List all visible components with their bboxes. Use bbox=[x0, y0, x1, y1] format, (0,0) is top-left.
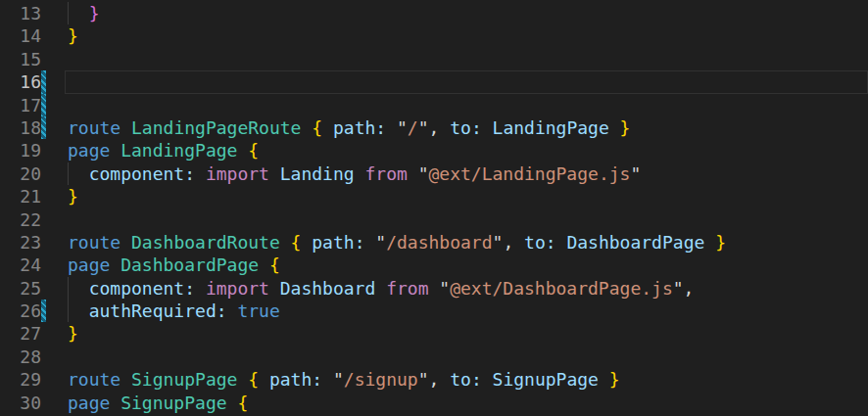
code-token-q: " bbox=[673, 278, 684, 299]
code-token-kw: true bbox=[237, 300, 279, 321]
code-token-str: /dashboard bbox=[386, 232, 492, 253]
code-line[interactable]: 13 } bbox=[0, 2, 868, 24]
code-line[interactable]: 22 bbox=[0, 208, 868, 231]
code-line[interactable]: 30page SignupPage { bbox=[0, 392, 868, 414]
code-token-q: " bbox=[333, 369, 344, 390]
code-token-pn: , bbox=[503, 232, 524, 253]
code-token-prop: to: bbox=[524, 232, 566, 253]
code-line-text[interactable]: page SignupPage { bbox=[68, 392, 248, 414]
code-token-b1: } bbox=[715, 232, 726, 253]
line-number[interactable]: 25 bbox=[0, 277, 41, 300]
code-token-prop: path: bbox=[333, 117, 397, 138]
line-number[interactable]: 30 bbox=[0, 392, 41, 414]
code-line-text[interactable]: page LandingPage { bbox=[68, 139, 259, 162]
code-line-text[interactable]: route DashboardRoute { path: "/dashboard… bbox=[68, 231, 726, 254]
line-number[interactable]: 23 bbox=[0, 231, 41, 254]
code-token-kw: route bbox=[68, 232, 131, 253]
code-token-kw: route bbox=[68, 117, 131, 138]
code-token-ctrl: from bbox=[386, 278, 439, 299]
code-line[interactable]: 28 bbox=[0, 346, 868, 368]
code-token-prop: Dashboard bbox=[280, 278, 386, 299]
code-token-pn: , bbox=[684, 278, 695, 299]
line-number[interactable]: 27 bbox=[0, 322, 41, 345]
code-line-text[interactable]: } bbox=[68, 24, 78, 47]
code-token-b1: } bbox=[620, 117, 631, 138]
code-token-b1: { bbox=[248, 140, 259, 161]
code-line-text[interactable]: route SignupPage { path: "/signup", to: … bbox=[68, 368, 620, 391]
code-token-prop: to: bbox=[450, 369, 492, 390]
code-token-q: " bbox=[439, 278, 450, 299]
line-number[interactable]: 18 bbox=[0, 116, 41, 139]
code-token-type: LandingPageRoute bbox=[131, 117, 312, 138]
line-number[interactable]: 29 bbox=[0, 368, 41, 391]
code-token-ctrl: import bbox=[206, 163, 280, 184]
code-line[interactable]: 17 bbox=[0, 94, 868, 116]
code-token-type: LandingPage bbox=[121, 140, 248, 161]
code-line[interactable]: 24page DashboardPage { bbox=[0, 254, 868, 276]
code-line[interactable]: 16 bbox=[0, 70, 868, 93]
code-token-q: " bbox=[630, 163, 641, 184]
code-token-pn: , bbox=[429, 369, 451, 390]
code-line-text[interactable]: } bbox=[68, 185, 78, 208]
git-modified-gutter-marker[interactable] bbox=[41, 116, 46, 139]
code-line-text[interactable]: } bbox=[68, 2, 100, 24]
code-token-pn: , bbox=[429, 117, 451, 138]
code-token-q: " bbox=[493, 232, 504, 253]
code-line[interactable]: 26 authRequired: true bbox=[0, 300, 868, 322]
line-number[interactable]: 26 bbox=[0, 300, 41, 322]
line-number[interactable]: 24 bbox=[0, 254, 41, 276]
code-token-b1: } bbox=[68, 186, 78, 207]
git-modified-gutter-marker[interactable] bbox=[41, 300, 46, 322]
code-token-kw: page bbox=[68, 254, 121, 275]
code-line[interactable]: 23route DashboardRoute { path: "/dashboa… bbox=[0, 231, 868, 254]
code-line-text[interactable]: } bbox=[68, 322, 78, 345]
code-token-ctrl: import bbox=[206, 278, 280, 299]
line-number[interactable]: 28 bbox=[0, 346, 41, 368]
code-line-text[interactable]: component: import Landing from "@ext/Lan… bbox=[68, 162, 641, 185]
code-token-q: " bbox=[418, 369, 429, 390]
code-line[interactable]: 29route SignupPage { path: "/signup", to… bbox=[0, 368, 868, 391]
code-token-kw: route bbox=[68, 369, 131, 390]
code-line[interactable]: 14} bbox=[0, 24, 868, 47]
code-token-prop: LandingPage bbox=[493, 117, 620, 138]
code-token-b1: { bbox=[237, 393, 248, 413]
line-number[interactable]: 22 bbox=[0, 208, 41, 231]
line-number[interactable]: 14 bbox=[0, 24, 41, 47]
code-token-prop: component: bbox=[68, 278, 206, 299]
code-line[interactable]: 19page LandingPage { bbox=[0, 139, 868, 162]
code-token-prop: authRequired: bbox=[68, 300, 237, 321]
code-line[interactable]: 15 bbox=[0, 48, 868, 70]
git-modified-gutter-marker[interactable] bbox=[41, 70, 46, 93]
code-token-b1: { bbox=[312, 117, 333, 138]
code-token-b2: } bbox=[89, 3, 100, 23]
code-token-ctrl: from bbox=[364, 163, 417, 184]
code-token-q: " bbox=[418, 117, 429, 138]
code-line[interactable]: 21} bbox=[0, 185, 868, 208]
code-line[interactable]: 20 component: import Landing from "@ext/… bbox=[0, 162, 868, 185]
code-token-prop: DashboardPage bbox=[566, 232, 715, 253]
code-line[interactable]: 25 component: import Dashboard from "@ex… bbox=[0, 277, 868, 300]
line-number[interactable]: 21 bbox=[0, 185, 41, 208]
code-token-type: DashboardPage bbox=[121, 254, 269, 275]
code-token-prop: Landing bbox=[280, 163, 365, 184]
line-number[interactable]: 17 bbox=[0, 94, 41, 116]
line-number[interactable]: 13 bbox=[0, 2, 41, 24]
code-token-kw: page bbox=[68, 140, 121, 161]
code-line-text[interactable]: authRequired: true bbox=[68, 300, 280, 322]
code-line[interactable]: 18route LandingPageRoute { path: "/", to… bbox=[0, 116, 868, 139]
line-number[interactable]: 19 bbox=[0, 139, 41, 162]
code-line-text[interactable]: component: import Dashboard from "@ext/D… bbox=[68, 277, 694, 300]
code-token-type: SignupPage bbox=[131, 369, 248, 390]
code-token-b1: { bbox=[269, 254, 280, 275]
code-token-q: " bbox=[375, 232, 386, 253]
git-modified-gutter-marker[interactable] bbox=[41, 94, 46, 116]
code-token-prop: path: bbox=[312, 232, 375, 253]
code-token-str: @ext/LandingPage.js bbox=[428, 163, 630, 184]
line-number[interactable]: 20 bbox=[0, 162, 41, 185]
code-line-text[interactable]: page DashboardPage { bbox=[68, 254, 280, 276]
line-number[interactable]: 16 bbox=[0, 70, 41, 93]
line-number[interactable]: 15 bbox=[0, 48, 41, 70]
code-token-prop: path: bbox=[269, 369, 333, 390]
code-line[interactable]: 27} bbox=[0, 322, 868, 345]
code-line-text[interactable]: route LandingPageRoute { path: "/", to: … bbox=[68, 116, 630, 139]
